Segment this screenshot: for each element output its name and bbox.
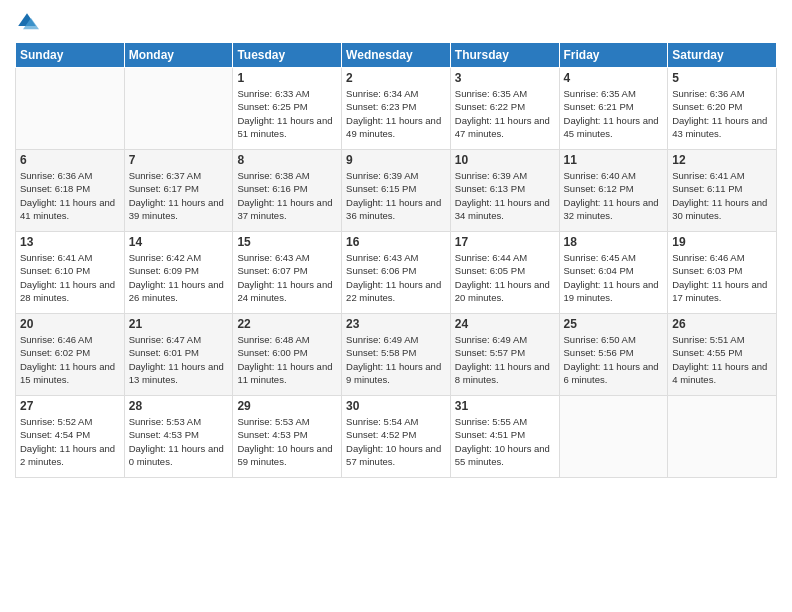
calendar: SundayMondayTuesdayWednesdayThursdayFrid… bbox=[15, 42, 777, 478]
day-number: 1 bbox=[237, 71, 337, 85]
day-number: 12 bbox=[672, 153, 772, 167]
calendar-cell bbox=[16, 68, 125, 150]
calendar-cell: 26Sunrise: 5:51 AM Sunset: 4:55 PM Dayli… bbox=[668, 314, 777, 396]
day-info: Sunrise: 6:34 AM Sunset: 6:23 PM Dayligh… bbox=[346, 87, 446, 140]
header bbox=[15, 10, 777, 34]
day-number: 17 bbox=[455, 235, 555, 249]
day-number: 15 bbox=[237, 235, 337, 249]
day-number: 29 bbox=[237, 399, 337, 413]
logo bbox=[15, 10, 43, 34]
weekday-header-row: SundayMondayTuesdayWednesdayThursdayFrid… bbox=[16, 43, 777, 68]
calendar-cell: 14Sunrise: 6:42 AM Sunset: 6:09 PM Dayli… bbox=[124, 232, 233, 314]
calendar-cell bbox=[559, 396, 668, 478]
calendar-cell: 29Sunrise: 5:53 AM Sunset: 4:53 PM Dayli… bbox=[233, 396, 342, 478]
day-number: 8 bbox=[237, 153, 337, 167]
logo-icon bbox=[15, 10, 39, 34]
calendar-cell: 9Sunrise: 6:39 AM Sunset: 6:15 PM Daylig… bbox=[342, 150, 451, 232]
calendar-cell: 1Sunrise: 6:33 AM Sunset: 6:25 PM Daylig… bbox=[233, 68, 342, 150]
calendar-cell: 13Sunrise: 6:41 AM Sunset: 6:10 PM Dayli… bbox=[16, 232, 125, 314]
day-info: Sunrise: 6:39 AM Sunset: 6:13 PM Dayligh… bbox=[455, 169, 555, 222]
day-info: Sunrise: 6:38 AM Sunset: 6:16 PM Dayligh… bbox=[237, 169, 337, 222]
calendar-cell: 21Sunrise: 6:47 AM Sunset: 6:01 PM Dayli… bbox=[124, 314, 233, 396]
day-number: 20 bbox=[20, 317, 120, 331]
day-info: Sunrise: 6:50 AM Sunset: 5:56 PM Dayligh… bbox=[564, 333, 664, 386]
calendar-cell: 5Sunrise: 6:36 AM Sunset: 6:20 PM Daylig… bbox=[668, 68, 777, 150]
day-number: 18 bbox=[564, 235, 664, 249]
day-info: Sunrise: 5:51 AM Sunset: 4:55 PM Dayligh… bbox=[672, 333, 772, 386]
weekday-header-saturday: Saturday bbox=[668, 43, 777, 68]
calendar-cell: 17Sunrise: 6:44 AM Sunset: 6:05 PM Dayli… bbox=[450, 232, 559, 314]
calendar-cell: 20Sunrise: 6:46 AM Sunset: 6:02 PM Dayli… bbox=[16, 314, 125, 396]
day-number: 3 bbox=[455, 71, 555, 85]
day-number: 22 bbox=[237, 317, 337, 331]
calendar-cell: 19Sunrise: 6:46 AM Sunset: 6:03 PM Dayli… bbox=[668, 232, 777, 314]
calendar-cell: 11Sunrise: 6:40 AM Sunset: 6:12 PM Dayli… bbox=[559, 150, 668, 232]
calendar-cell: 25Sunrise: 6:50 AM Sunset: 5:56 PM Dayli… bbox=[559, 314, 668, 396]
calendar-cell bbox=[124, 68, 233, 150]
week-row-4: 20Sunrise: 6:46 AM Sunset: 6:02 PM Dayli… bbox=[16, 314, 777, 396]
day-number: 5 bbox=[672, 71, 772, 85]
page: SundayMondayTuesdayWednesdayThursdayFrid… bbox=[0, 0, 792, 612]
calendar-cell: 23Sunrise: 6:49 AM Sunset: 5:58 PM Dayli… bbox=[342, 314, 451, 396]
calendar-cell: 24Sunrise: 6:49 AM Sunset: 5:57 PM Dayli… bbox=[450, 314, 559, 396]
calendar-cell: 15Sunrise: 6:43 AM Sunset: 6:07 PM Dayli… bbox=[233, 232, 342, 314]
day-number: 4 bbox=[564, 71, 664, 85]
day-number: 7 bbox=[129, 153, 229, 167]
day-info: Sunrise: 6:39 AM Sunset: 6:15 PM Dayligh… bbox=[346, 169, 446, 222]
day-info: Sunrise: 6:42 AM Sunset: 6:09 PM Dayligh… bbox=[129, 251, 229, 304]
calendar-cell: 10Sunrise: 6:39 AM Sunset: 6:13 PM Dayli… bbox=[450, 150, 559, 232]
calendar-cell: 18Sunrise: 6:45 AM Sunset: 6:04 PM Dayli… bbox=[559, 232, 668, 314]
day-info: Sunrise: 6:49 AM Sunset: 5:58 PM Dayligh… bbox=[346, 333, 446, 386]
day-number: 11 bbox=[564, 153, 664, 167]
day-number: 23 bbox=[346, 317, 446, 331]
calendar-cell: 2Sunrise: 6:34 AM Sunset: 6:23 PM Daylig… bbox=[342, 68, 451, 150]
day-info: Sunrise: 5:54 AM Sunset: 4:52 PM Dayligh… bbox=[346, 415, 446, 468]
day-number: 26 bbox=[672, 317, 772, 331]
calendar-cell: 16Sunrise: 6:43 AM Sunset: 6:06 PM Dayli… bbox=[342, 232, 451, 314]
calendar-cell: 7Sunrise: 6:37 AM Sunset: 6:17 PM Daylig… bbox=[124, 150, 233, 232]
day-info: Sunrise: 6:36 AM Sunset: 6:20 PM Dayligh… bbox=[672, 87, 772, 140]
calendar-cell: 27Sunrise: 5:52 AM Sunset: 4:54 PM Dayli… bbox=[16, 396, 125, 478]
day-info: Sunrise: 6:41 AM Sunset: 6:11 PM Dayligh… bbox=[672, 169, 772, 222]
day-info: Sunrise: 6:33 AM Sunset: 6:25 PM Dayligh… bbox=[237, 87, 337, 140]
day-info: Sunrise: 5:52 AM Sunset: 4:54 PM Dayligh… bbox=[20, 415, 120, 468]
day-info: Sunrise: 6:49 AM Sunset: 5:57 PM Dayligh… bbox=[455, 333, 555, 386]
day-info: Sunrise: 6:45 AM Sunset: 6:04 PM Dayligh… bbox=[564, 251, 664, 304]
calendar-cell: 6Sunrise: 6:36 AM Sunset: 6:18 PM Daylig… bbox=[16, 150, 125, 232]
calendar-cell: 30Sunrise: 5:54 AM Sunset: 4:52 PM Dayli… bbox=[342, 396, 451, 478]
weekday-header-monday: Monday bbox=[124, 43, 233, 68]
day-info: Sunrise: 5:53 AM Sunset: 4:53 PM Dayligh… bbox=[129, 415, 229, 468]
day-info: Sunrise: 6:35 AM Sunset: 6:21 PM Dayligh… bbox=[564, 87, 664, 140]
day-info: Sunrise: 6:35 AM Sunset: 6:22 PM Dayligh… bbox=[455, 87, 555, 140]
day-info: Sunrise: 5:55 AM Sunset: 4:51 PM Dayligh… bbox=[455, 415, 555, 468]
week-row-2: 6Sunrise: 6:36 AM Sunset: 6:18 PM Daylig… bbox=[16, 150, 777, 232]
day-info: Sunrise: 6:43 AM Sunset: 6:07 PM Dayligh… bbox=[237, 251, 337, 304]
day-number: 2 bbox=[346, 71, 446, 85]
calendar-cell bbox=[668, 396, 777, 478]
weekday-header-thursday: Thursday bbox=[450, 43, 559, 68]
day-info: Sunrise: 6:46 AM Sunset: 6:02 PM Dayligh… bbox=[20, 333, 120, 386]
day-info: Sunrise: 6:40 AM Sunset: 6:12 PM Dayligh… bbox=[564, 169, 664, 222]
day-number: 19 bbox=[672, 235, 772, 249]
day-number: 24 bbox=[455, 317, 555, 331]
day-number: 9 bbox=[346, 153, 446, 167]
day-info: Sunrise: 6:47 AM Sunset: 6:01 PM Dayligh… bbox=[129, 333, 229, 386]
calendar-cell: 28Sunrise: 5:53 AM Sunset: 4:53 PM Dayli… bbox=[124, 396, 233, 478]
calendar-cell: 4Sunrise: 6:35 AM Sunset: 6:21 PM Daylig… bbox=[559, 68, 668, 150]
day-info: Sunrise: 6:43 AM Sunset: 6:06 PM Dayligh… bbox=[346, 251, 446, 304]
calendar-cell: 8Sunrise: 6:38 AM Sunset: 6:16 PM Daylig… bbox=[233, 150, 342, 232]
day-number: 28 bbox=[129, 399, 229, 413]
weekday-header-tuesday: Tuesday bbox=[233, 43, 342, 68]
day-info: Sunrise: 6:36 AM Sunset: 6:18 PM Dayligh… bbox=[20, 169, 120, 222]
weekday-header-friday: Friday bbox=[559, 43, 668, 68]
weekday-header-wednesday: Wednesday bbox=[342, 43, 451, 68]
week-row-5: 27Sunrise: 5:52 AM Sunset: 4:54 PM Dayli… bbox=[16, 396, 777, 478]
weekday-header-sunday: Sunday bbox=[16, 43, 125, 68]
day-info: Sunrise: 6:46 AM Sunset: 6:03 PM Dayligh… bbox=[672, 251, 772, 304]
calendar-cell: 22Sunrise: 6:48 AM Sunset: 6:00 PM Dayli… bbox=[233, 314, 342, 396]
day-info: Sunrise: 6:44 AM Sunset: 6:05 PM Dayligh… bbox=[455, 251, 555, 304]
week-row-3: 13Sunrise: 6:41 AM Sunset: 6:10 PM Dayli… bbox=[16, 232, 777, 314]
day-info: Sunrise: 6:41 AM Sunset: 6:10 PM Dayligh… bbox=[20, 251, 120, 304]
day-number: 31 bbox=[455, 399, 555, 413]
day-number: 13 bbox=[20, 235, 120, 249]
